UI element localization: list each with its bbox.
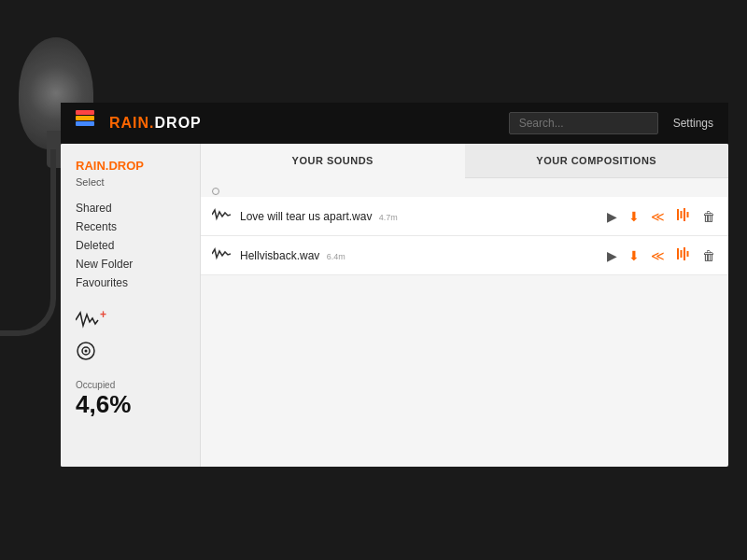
waveform-icon-2	[212, 247, 231, 263]
share-button-1[interactable]: ≪	[649, 207, 667, 226]
sidebar-actions: +	[76, 309, 185, 365]
sidebar-brand-main: RAIN.	[76, 159, 108, 173]
scope-icon[interactable]	[76, 341, 96, 365]
occupied-label: Occupied	[76, 380, 185, 390]
sidebar-brand-sub: DROP	[108, 159, 144, 173]
tab-your-sounds[interactable]: YOUR SOUNDS	[201, 144, 465, 177]
svg-rect-11	[687, 251, 689, 257]
sidebar-logo: RAIN.DROP	[76, 159, 185, 173]
file-list: Love will tear us apart.wav 4.7m ▶ ⬇ ≪	[201, 197, 728, 275]
cursor-dot	[212, 188, 219, 195]
sidebar-item-recents[interactable]: Recents	[76, 219, 185, 234]
sidebar-item-deleted[interactable]: Deleted	[76, 238, 185, 253]
file-name-1: Love will tear us apart.wav 4.7m	[240, 210, 605, 223]
share-button-2[interactable]: ≪	[649, 246, 667, 265]
sidebar-select[interactable]: Select	[76, 176, 185, 188]
svg-rect-4	[677, 209, 679, 220]
file-name-2: Hellvisback.wav 6.4m	[240, 249, 605, 262]
trash-button-1[interactable]: 🗑	[700, 207, 717, 226]
settings-button[interactable]: Settings	[673, 117, 713, 130]
sidebar-item-new-folder[interactable]: New Folder	[76, 257, 185, 272]
svg-rect-7	[687, 212, 689, 217]
topbar: RAIN.DROP Settings	[61, 103, 728, 144]
bars-button-1[interactable]	[674, 206, 693, 226]
svg-rect-8	[677, 248, 679, 259]
file-actions-2: ▶ ⬇ ≪ 🗑	[605, 245, 717, 265]
content-area: YOUR SOUNDS YOUR COMPOSITIONS Love will …	[201, 144, 728, 467]
logo-icon	[76, 110, 102, 136]
waveform-icon-1	[212, 208, 231, 224]
file-actions-1: ▶ ⬇ ≪ 🗑	[605, 206, 717, 226]
sidebar-item-favourites[interactable]: Favourites	[76, 275, 185, 290]
sidebar-item-shared[interactable]: Shared	[76, 201, 185, 216]
svg-rect-9	[681, 250, 683, 258]
svg-rect-6	[684, 208, 685, 221]
trash-button-2[interactable]: 🗑	[700, 246, 717, 265]
file-name-text-2: Hellvisback.wav	[240, 249, 319, 262]
logo-main-text: RAIN.	[109, 115, 155, 131]
tab-your-compositions[interactable]: YOUR COMPOSITIONS	[465, 144, 729, 177]
file-duration-1: 4.7m	[379, 213, 398, 222]
logo-area: RAIN.DROP	[76, 110, 202, 136]
play-button-2[interactable]: ▶	[605, 246, 619, 265]
download-button-2[interactable]: ⬇	[627, 246, 641, 265]
file-name-text-1: Love will tear us apart.wav	[240, 210, 372, 223]
file-row: Hellvisback.wav 6.4m ▶ ⬇ ≪	[201, 236, 728, 275]
svg-rect-5	[681, 211, 683, 218]
topbar-logo-text: RAIN.DROP	[109, 115, 202, 132]
file-row: Love will tear us apart.wav 4.7m ▶ ⬇ ≪	[201, 197, 728, 236]
main-container: RAIN.DROP Select Shared Recents Deleted …	[61, 144, 728, 467]
tabs: YOUR SOUNDS YOUR COMPOSITIONS	[201, 144, 728, 178]
sidebar: RAIN.DROP Select Shared Recents Deleted …	[61, 144, 201, 467]
occupied-value: 4,6%	[76, 390, 185, 419]
file-duration-2: 6.4m	[327, 252, 345, 261]
svg-point-3	[85, 350, 88, 353]
svg-rect-10	[684, 247, 685, 260]
sidebar-nav: Shared Recents Deleted New Folder Favour…	[76, 201, 185, 290]
download-button-1[interactable]: ⬇	[627, 207, 641, 226]
add-sound-icon[interactable]: +	[76, 309, 109, 335]
svg-text:+: +	[100, 309, 106, 321]
cable-decoration	[0, 149, 56, 336]
logo-sub-text: DROP	[155, 115, 202, 131]
search-input[interactable]	[509, 112, 658, 134]
bars-button-2[interactable]	[674, 245, 693, 265]
play-button-1[interactable]: ▶	[605, 207, 619, 226]
cursor-indicator	[201, 178, 728, 197]
